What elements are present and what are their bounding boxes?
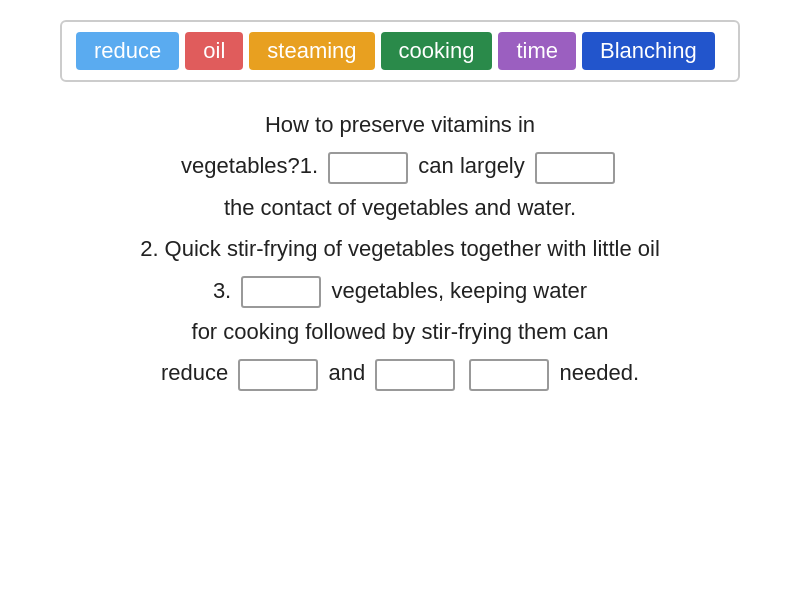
line1-text: vegetables?1. xyxy=(181,153,318,178)
chip-reduce[interactable]: reduce xyxy=(76,32,179,70)
chip-oil[interactable]: oil xyxy=(185,32,243,70)
blank-6[interactable] xyxy=(469,359,549,391)
main-content: How to preserve vitamins in vegetables?1… xyxy=(0,106,800,392)
line6-end: needed. xyxy=(560,360,640,385)
line1b-text: can largely xyxy=(418,153,524,178)
line6-and: and xyxy=(328,360,365,385)
title-line: How to preserve vitamins in xyxy=(30,106,770,143)
chip-time[interactable]: time xyxy=(498,32,576,70)
blank-2[interactable] xyxy=(535,152,615,184)
chip-steaming[interactable]: steaming xyxy=(249,32,374,70)
line-6: reduce and needed. xyxy=(30,354,770,391)
line-1: vegetables?1. can largely xyxy=(30,147,770,184)
line-3: 2. Quick stir-frying of vegetables toget… xyxy=(30,230,770,267)
line6-start: reduce xyxy=(161,360,228,385)
blank-3[interactable] xyxy=(241,276,321,308)
chip-cooking[interactable]: cooking xyxy=(381,32,493,70)
line4-text: 3. xyxy=(213,278,231,303)
line4b-text: vegetables, keeping water xyxy=(331,278,587,303)
chip-blanching[interactable]: Blanching xyxy=(582,32,715,70)
blank-5[interactable] xyxy=(375,359,455,391)
line-4: 3. vegetables, keeping water xyxy=(30,272,770,309)
line-2: the contact of vegetables and water. xyxy=(30,189,770,226)
line-5: for cooking followed by stir-frying them… xyxy=(30,313,770,350)
blank-4[interactable] xyxy=(238,359,318,391)
word-bank: reduce oil steaming cooking time Blanchi… xyxy=(60,20,740,82)
blank-1[interactable] xyxy=(328,152,408,184)
